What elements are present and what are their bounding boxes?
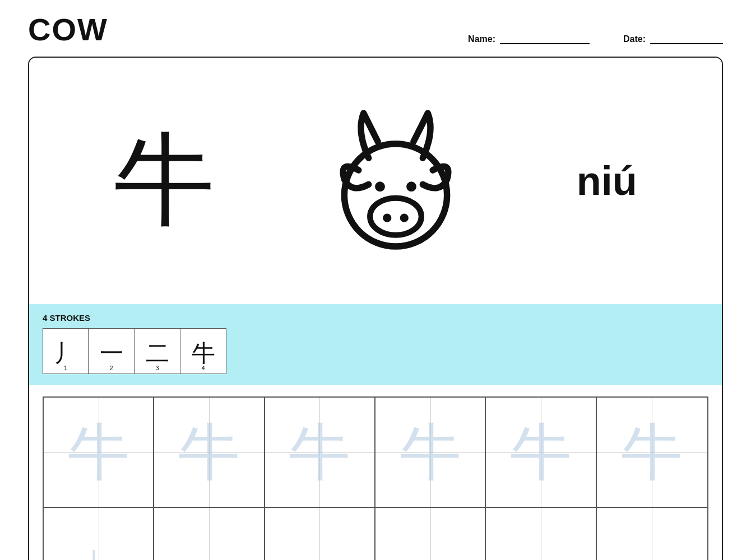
practice-grid: 牛 牛 牛 牛 牛 牛 丿 [43,396,708,560]
guide-char: 牛 [510,422,572,483]
stroke-number-4: 4 [201,365,205,371]
pinyin-text: niú [577,158,637,204]
stroke-number-1: 1 [64,365,67,371]
practice-cell-1-3[interactable]: 牛 [265,398,376,508]
date-label: Date: [623,34,646,44]
name-label: Name: [468,34,495,44]
partial-stroke: 丿 [85,545,113,561]
practice-cell-1-1[interactable]: 牛 [44,398,154,508]
guide-char: 牛 [400,422,461,483]
svg-point-4 [383,214,391,222]
guide-char: 牛 [178,422,240,483]
svg-point-3 [370,198,421,235]
svg-point-0 [344,144,447,246]
practice-cell-2-3[interactable] [265,508,376,560]
practice-cell-2-4[interactable] [376,508,486,560]
main-card: 牛 niú [28,57,723,560]
page-header: COW Name: Date: [28,11,723,48]
stroke-number-3: 3 [155,365,159,371]
practice-cell-2-1[interactable]: 丿 [44,508,154,560]
page-title: COW [28,11,108,48]
svg-point-2 [406,181,416,192]
svg-point-5 [400,214,409,222]
stroke-char-1: 丿 [54,342,77,365]
name-input-line[interactable] [500,33,590,44]
stroke-char-3: 二 [146,342,169,365]
guide-char: 牛 [68,422,129,483]
svg-point-1 [375,181,385,192]
practice-cell-2-2[interactable] [154,508,265,560]
stroke-number-2: 2 [109,365,113,371]
top-section: 牛 niú [29,58,722,304]
practice-cell-1-2[interactable]: 牛 [154,398,265,508]
practice-cell-1-4[interactable]: 牛 [376,398,486,508]
strokes-section: 4 STROKES 丿 1 一 2 二 3 牛 4 [29,304,722,385]
practice-cell-1-5[interactable]: 牛 [486,398,596,508]
stroke-box-2: 一 2 [89,328,135,374]
stroke-char-4: 牛 [192,342,215,365]
chinese-character: 牛 [114,130,215,231]
header-fields: Name: Date: [468,33,723,48]
guide-char: 牛 [289,422,350,483]
stroke-boxes: 丿 1 一 2 二 3 牛 4 [43,328,708,374]
guide-char: 牛 [621,422,683,483]
stroke-box-3: 二 3 [135,328,180,374]
date-field: Date: [623,33,723,44]
practice-cell-1-6[interactable]: 牛 [597,398,707,508]
stroke-box-1: 丿 1 [43,328,89,374]
stroke-box-4: 牛 4 [180,328,226,374]
name-field: Name: [468,33,590,44]
practice-section: 牛 牛 牛 牛 牛 牛 丿 [29,385,722,560]
date-input-line[interactable] [650,33,723,44]
practice-cell-2-5[interactable] [486,508,596,560]
cow-svg [317,102,474,259]
practice-cell-2-6[interactable] [597,508,707,560]
strokes-label: 4 STROKES [43,313,708,323]
stroke-char-2: 一 [100,342,123,365]
cow-image [317,102,474,259]
